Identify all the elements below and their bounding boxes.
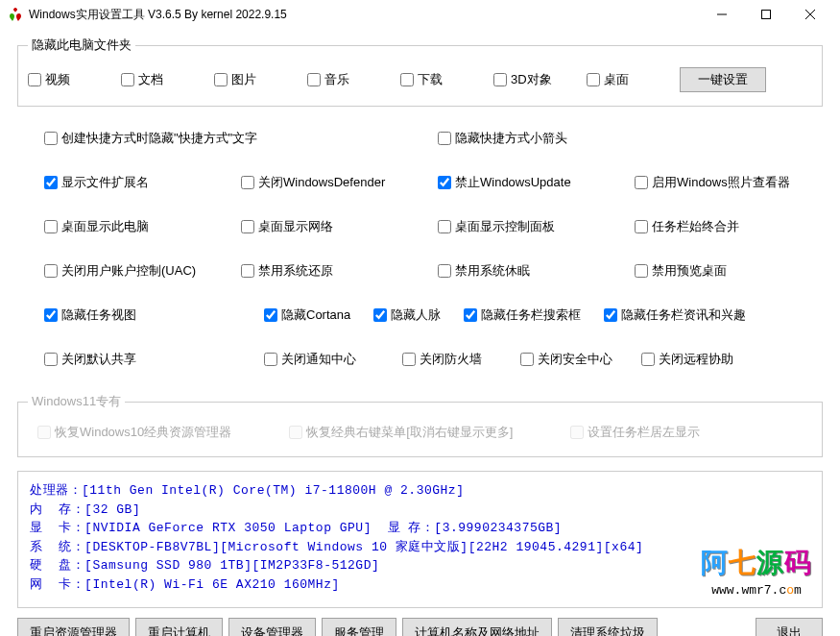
folders-legend: 隐藏此电脑文件夹 xyxy=(28,37,135,54)
win11-classic-menu: 恢复经典右键菜单[取消右键显示更多] xyxy=(289,424,513,441)
opt-desktop-network[interactable]: 桌面显示网络 xyxy=(241,218,438,235)
win11-taskbar-left: 设置任务栏居左显示 xyxy=(570,424,700,441)
info-gpu: 显 卡：[NVIDIA GeForce RTX 3050 Laptop GPU]… xyxy=(30,519,810,538)
win11-row: 恢复Windows10经典资源管理器 恢复经典右键菜单[取消右键显示更多] 设置… xyxy=(28,418,812,447)
computer-name-button[interactable]: 计算机名称及网络地址 xyxy=(402,618,552,636)
app-window: Windows实用设置工具 V3.6.5 By kernel 2022.9.15… xyxy=(0,0,840,636)
minimize-button[interactable] xyxy=(700,0,744,29)
settings-row-1: 创建快捷方式时隐藏"快捷方式"文字 隐藏快捷方式小箭头 xyxy=(44,116,796,160)
restart-explorer-button[interactable]: 重启资源管理器 xyxy=(17,618,130,636)
settings-row-5: 隐藏任务视图 隐藏Cortana 隐藏人脉 隐藏任务栏搜索框 隐藏任务栏资讯和兴… xyxy=(44,293,796,337)
device-manager-button[interactable]: 设备管理器 xyxy=(228,618,316,636)
opt-disable-hibernate[interactable]: 禁用系统休眠 xyxy=(438,262,635,280)
opt-hide-shortcut-text[interactable]: 创建快捷方式时隐藏"快捷方式"文字 xyxy=(44,130,438,147)
opt-disable-restore[interactable]: 禁用系统还原 xyxy=(241,262,438,280)
opt-close-uac[interactable]: 关闭用户账户控制(UAC) xyxy=(44,262,241,280)
win11-legend: Windows11专有 xyxy=(28,393,125,410)
settings-row-2: 显示文件扩展名 关闭WindowsDefender 禁止WindowsUpdat… xyxy=(44,160,796,205)
opt-close-remote[interactable]: 关闭远程协助 xyxy=(641,351,733,368)
opt-taskbar-combine[interactable]: 任务栏始终合并 xyxy=(635,218,739,235)
close-button[interactable] xyxy=(788,0,832,29)
folder-video[interactable]: 视频 xyxy=(28,71,121,88)
opt-desktop-thispc[interactable]: 桌面显示此电脑 xyxy=(44,218,241,235)
folder-downloads[interactable]: 下载 xyxy=(400,71,493,88)
opt-show-ext[interactable]: 显示文件扩展名 xyxy=(44,174,241,191)
info-cpu: 处理器：[11th Gen Intel(R) Core(TM) i7-11800… xyxy=(30,481,810,501)
opt-hide-people[interactable]: 隐藏人脉 xyxy=(373,306,441,324)
services-button[interactable]: 服务管理 xyxy=(322,618,396,636)
settings-row-4: 关闭用户账户控制(UAC) 禁用系统还原 禁用系统休眠 禁用预览桌面 xyxy=(44,249,796,293)
opt-hide-search[interactable]: 隐藏任务栏搜索框 xyxy=(464,306,581,324)
one-key-button[interactable]: 一键设置 xyxy=(680,67,766,92)
settings-row-6: 关闭默认共享 关闭通知中心 关闭防火墙 关闭安全中心 关闭远程协助 xyxy=(44,337,796,381)
bottom-bar: 重启资源管理器 重启计算机 设备管理器 服务管理 计算机名称及网络地址 清理系统… xyxy=(17,608,823,636)
settings-row-3: 桌面显示此电脑 桌面显示网络 桌面显示控制面板 任务栏始终合并 xyxy=(44,205,796,249)
opt-hide-news[interactable]: 隐藏任务栏资讯和兴趣 xyxy=(604,306,746,324)
opt-hide-shortcut-arrow[interactable]: 隐藏快捷方式小箭头 xyxy=(438,130,635,147)
win11-group: Windows11专有 恢复Windows10经典资源管理器 恢复经典右键菜单[… xyxy=(17,393,823,457)
svg-rect-0 xyxy=(762,11,771,19)
clean-junk-button[interactable]: 清理系统垃圾 xyxy=(558,618,658,636)
info-os: 系 统：[DESKTOP-FB8V7BL][Microsoft Windows … xyxy=(30,538,810,557)
opt-close-security[interactable]: 关闭安全中心 xyxy=(520,351,612,368)
opt-hide-taskview[interactable]: 隐藏任务视图 xyxy=(44,306,241,324)
opt-hide-cortana[interactable]: 隐藏Cortana xyxy=(264,306,350,324)
folder-3d[interactable]: 3D对象 xyxy=(493,71,587,88)
opt-close-notify[interactable]: 关闭通知中心 xyxy=(264,351,356,368)
content-area: 隐藏此电脑文件夹 视频 文档 图片 音乐 下载 3D对象 桌面 一键设置 创建快… xyxy=(0,29,840,636)
win11-classic-explorer: 恢复Windows10经典资源管理器 xyxy=(37,424,231,441)
folder-pictures[interactable]: 图片 xyxy=(214,71,307,88)
system-info: 处理器：[11th Gen Intel(R) Core(TM) i7-11800… xyxy=(17,471,823,608)
app-icon xyxy=(8,7,23,22)
opt-close-share[interactable]: 关闭默认共享 xyxy=(44,351,241,368)
spacer xyxy=(663,618,750,636)
window-title: Windows实用设置工具 V3.6.5 By kernel 2022.9.15 xyxy=(29,7,700,23)
settings-grid: 创建快捷方式时隐藏"快捷方式"文字 隐藏快捷方式小箭头 显示文件扩展名 关闭Wi… xyxy=(17,107,823,385)
opt-close-defender[interactable]: 关闭WindowsDefender xyxy=(241,174,438,191)
opt-disable-peek[interactable]: 禁用预览桌面 xyxy=(635,262,727,280)
titlebar: Windows实用设置工具 V3.6.5 By kernel 2022.9.15 xyxy=(0,0,840,29)
window-controls xyxy=(700,0,832,29)
info-nic: 网 卡：[Intel(R) Wi-Fi 6E AX210 160MHz] xyxy=(30,575,810,595)
folders-row: 视频 文档 图片 音乐 下载 3D对象 桌面 一键设置 xyxy=(28,61,812,96)
opt-desktop-controlpanel[interactable]: 桌面显示控制面板 xyxy=(438,218,635,235)
folder-documents[interactable]: 文档 xyxy=(121,71,214,88)
folder-music[interactable]: 音乐 xyxy=(307,71,400,88)
info-disk: 硬 盘：[Samsung SSD 980 1TB][IM2P33F8-512GD… xyxy=(30,556,810,575)
exit-button[interactable]: 退出 xyxy=(756,618,823,636)
opt-disable-update[interactable]: 禁止WindowsUpdate xyxy=(438,174,635,191)
folder-desktop[interactable]: 桌面 xyxy=(587,71,680,88)
opt-enable-photoviewer[interactable]: 启用Windows照片查看器 xyxy=(635,174,790,191)
maximize-button[interactable] xyxy=(744,0,788,29)
info-ram: 内 存：[32 GB] xyxy=(30,501,810,520)
restart-pc-button[interactable]: 重启计算机 xyxy=(135,618,223,636)
folders-group: 隐藏此电脑文件夹 视频 文档 图片 音乐 下载 3D对象 桌面 一键设置 xyxy=(17,37,823,107)
opt-close-firewall[interactable]: 关闭防火墙 xyxy=(402,351,482,368)
